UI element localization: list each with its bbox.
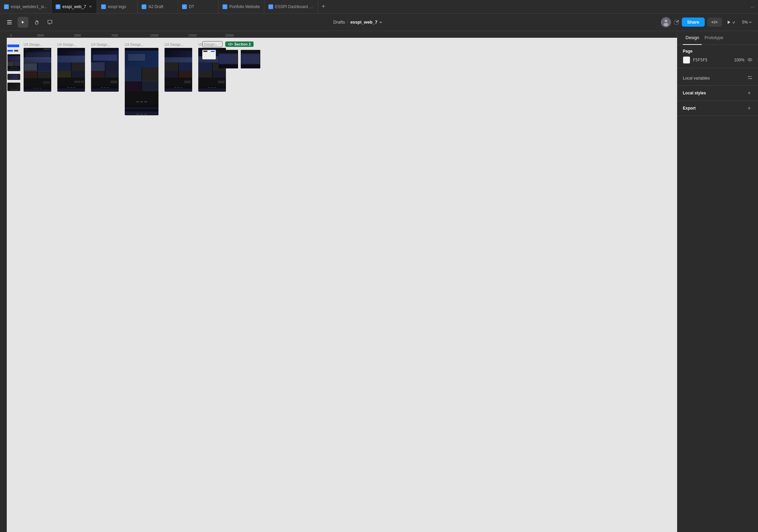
local-variables-section: Local variables	[677, 68, 758, 86]
breadcrumb: Drafts / esspi_web_7	[333, 20, 383, 25]
page-section: Page F5F5F5 100%	[677, 45, 758, 68]
breadcrumb-separator: /	[347, 20, 348, 25]
section-code-icon: </>	[228, 42, 233, 46]
canvas-content[interactable]: UX Design...	[7, 38, 677, 532]
export-header: Export +	[683, 105, 753, 112]
section-badge-2[interactable]: </> Section 2	[225, 41, 253, 47]
tune-icon[interactable]	[747, 75, 753, 81]
page-section-header: Page	[683, 49, 753, 54]
export-add-button[interactable]: +	[746, 105, 753, 112]
tab-favicon-7: F	[268, 4, 273, 9]
tab-favicon-4: F	[142, 4, 146, 9]
section-frame-2[interactable]	[241, 50, 260, 68]
tab-favicon-2: F	[56, 4, 60, 9]
ruler-tick-2500: 2500	[37, 34, 44, 37]
sections-area: Sectio... </> Section 2	[202, 41, 260, 68]
avatar[interactable]	[661, 17, 671, 27]
code-button[interactable]: </>	[707, 18, 722, 27]
frame-label-1: UX Design...	[24, 43, 42, 47]
tab-close-2[interactable]: ✕	[88, 4, 93, 9]
code-icon: </>	[711, 20, 718, 25]
move-tool-icon[interactable]	[18, 17, 28, 28]
svg-point-10	[749, 76, 750, 77]
tab-design-label: Design	[686, 35, 699, 40]
frame-group-3[interactable]: UX Design...	[91, 43, 119, 92]
svg-point-11	[751, 78, 752, 79]
section-frame-1[interactable]	[218, 50, 238, 68]
add-tab-button[interactable]: +	[318, 0, 329, 13]
tab-favicon-6: F	[223, 4, 227, 9]
tab-prototype-label: Prototype	[704, 35, 723, 40]
svg-rect-2	[7, 24, 12, 24]
section-nav-frame[interactable]: esspi	[202, 50, 216, 59]
svg-point-4	[665, 20, 667, 22]
breadcrumb-current[interactable]: esspi_web_7	[350, 20, 383, 25]
mockup-2[interactable]	[57, 48, 85, 92]
breadcrumb-current-label: esspi_web_7	[350, 20, 377, 25]
ux-design-frames-row: UX Design...	[24, 43, 226, 115]
frame-label-2: UX Design...	[57, 43, 76, 47]
zoom-label: 5%	[742, 20, 748, 25]
mockup-4[interactable]	[125, 48, 158, 115]
right-panel: Design Prototype Page F5F5F5 100%	[677, 31, 758, 532]
ruler-tick-10000: 10000	[150, 34, 158, 37]
section-label-2: Section 2	[234, 42, 251, 46]
toolbar: Drafts / esspi_web_7 Share </>	[0, 13, 758, 31]
page-opacity-value: 100%	[734, 58, 745, 62]
main-layout: 0 2500 5000 7500 10000 12500 15000	[0, 31, 758, 532]
left-mini-frames	[7, 45, 20, 91]
zoom-control[interactable]: 5%	[740, 18, 754, 27]
section-label-1: Sectio...	[205, 42, 220, 46]
tab-favicon-1: F	[4, 4, 9, 9]
tab-esspi-dashboard[interactable]: F ESSPI Dashboard D...	[264, 0, 318, 13]
local-styles-section: Local styles +	[677, 86, 758, 101]
tab-esspi-logo[interactable]: F esspi logo	[97, 0, 138, 13]
mockup-5[interactable]	[165, 48, 192, 92]
canvas-area[interactable]: 0 2500 5000 7500 10000 12500 15000	[0, 31, 677, 532]
tab-label-4: NJ Draft	[148, 4, 174, 9]
mini-frame-3	[7, 83, 20, 91]
ruler-tick-5000: 5000	[74, 34, 81, 37]
frame-group-2[interactable]: UX Design...	[57, 43, 85, 92]
frame-label-3: UX Design...	[91, 43, 110, 47]
svg-point-7	[749, 59, 751, 60]
tab-nj-draft[interactable]: F NJ Draft	[138, 0, 178, 13]
more-tabs-button[interactable]: ···	[747, 0, 758, 13]
mockup-3[interactable]	[91, 48, 119, 92]
mini-frame-2	[7, 74, 20, 80]
play-button[interactable]	[725, 18, 737, 27]
tab-esspi-web7[interactable]: F esspi_web_7 ✕	[52, 0, 97, 13]
tab-prototype[interactable]: Prototype	[702, 31, 726, 45]
hand-tool-icon[interactable]	[31, 17, 42, 28]
blue-highlight-bar	[7, 45, 19, 47]
page-color-swatch[interactable]	[683, 56, 690, 64]
local-styles-add-button[interactable]: +	[746, 90, 753, 96]
tab-label-5: DT	[189, 4, 214, 9]
comment-tool-icon[interactable]	[45, 17, 55, 28]
frame-group-5[interactable]: UX Design...	[165, 43, 192, 92]
ruler-tick-0: 0	[10, 34, 12, 37]
frame-label-4: UX Design...	[125, 43, 144, 47]
ruler-vertical	[0, 31, 7, 532]
mockup-1[interactable]	[24, 48, 51, 92]
tab-portfolio[interactable]: F Portfolio Website	[218, 0, 264, 13]
frame-group-1[interactable]: UX Design...	[24, 43, 51, 92]
menu-icon[interactable]	[4, 17, 15, 28]
tab-esspi-webdev1[interactable]: F esspi_webdev1_si...	[0, 0, 52, 13]
tab-design[interactable]: Design	[683, 31, 702, 45]
section-badge-1[interactable]: Sectio...	[202, 41, 223, 47]
visibility-icon[interactable]	[747, 57, 753, 63]
breadcrumb-root: Drafts	[333, 20, 345, 25]
tab-label-2: esspi_web_7	[62, 4, 86, 9]
frame-group-4[interactable]: UX Design...	[125, 43, 158, 115]
local-variables-row: Local variables	[683, 75, 753, 81]
blue-bar-small-2	[14, 50, 18, 52]
tab-favicon-5: F	[182, 4, 187, 9]
export-title: Export	[683, 106, 696, 111]
panel-tabs: Design Prototype	[677, 31, 758, 45]
local-styles-header: Local styles +	[683, 90, 753, 96]
share-button[interactable]: Share	[682, 18, 705, 27]
ruler-tick-15000: 15000	[225, 34, 234, 37]
frames-group: UX Design...	[24, 43, 226, 115]
tab-dt[interactable]: F DT	[178, 0, 218, 13]
